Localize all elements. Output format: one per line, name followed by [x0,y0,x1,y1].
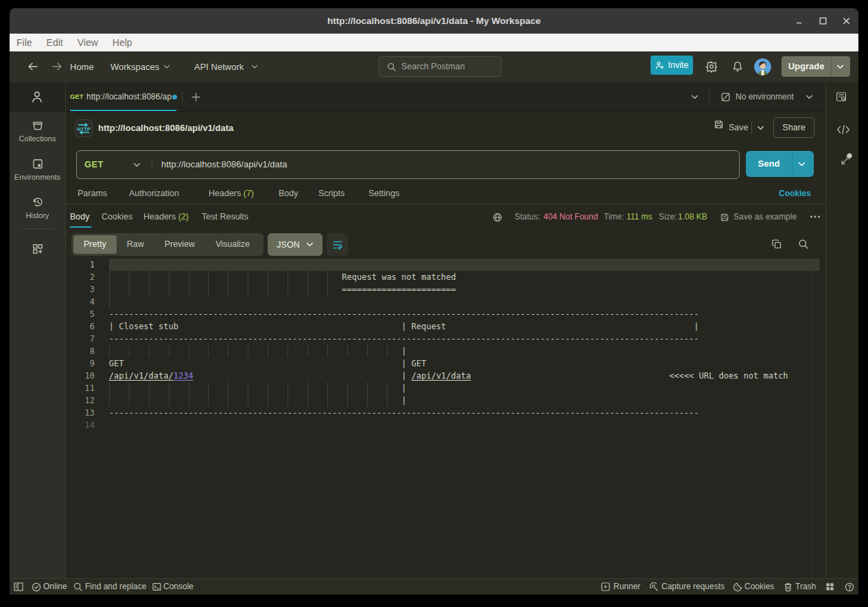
capture-requests-button[interactable]: Capture requests [661,579,725,595]
tab-list-chevron-icon[interactable] [691,95,699,99]
code-line: ----------------------------------------… [109,407,699,419]
save-button[interactable]: Save [729,115,749,140]
menu-view[interactable]: View [76,37,99,48]
search-input[interactable]: Search Postman [379,56,502,77]
environment-quick-look-icon[interactable] [835,91,847,103]
time-value[interactable]: 111 ms [626,206,653,228]
runner-icon [601,582,610,591]
save-as-example-button[interactable]: Save as example [734,206,797,228]
view-switcher: Pretty Raw Preview Visualize [71,233,263,256]
sidebar-label-environments: Environments [10,173,65,181]
tab-params[interactable]: Params [78,183,107,204]
sidebar-item-collections[interactable]: Collections [10,119,65,143]
cookies-button[interactable]: Cookies [744,579,774,595]
copy-icon[interactable] [771,239,782,250]
share-button[interactable]: Share [773,117,814,138]
find-and-replace-button[interactable]: Find and replace [85,579,146,595]
save-chevron-icon[interactable] [757,126,764,130]
sidebar-item-environments[interactable]: Environments [10,158,65,181]
upgrade-chevron-icon[interactable] [836,64,844,69]
nav-api-network[interactable]: API Network [194,51,244,82]
help-icon[interactable] [845,582,854,592]
method-chevron-icon[interactable] [133,163,141,167]
tab-scripts[interactable]: Scripts [318,183,344,204]
minimize-icon[interactable] [795,16,805,26]
avatar[interactable] [754,58,771,75]
gutter-line-number: 6 [66,320,95,333]
view-preview[interactable]: Preview [154,235,205,254]
response-tab-headers[interactable]: Headers (2) [143,206,189,228]
view-pretty[interactable]: Pretty [73,235,117,254]
view-raw[interactable]: Raw [117,235,154,254]
tab-headers[interactable]: Headers (7) [209,183,254,204]
menu-edit[interactable]: Edit [45,37,64,48]
back-icon[interactable] [27,62,38,71]
save-icon[interactable] [714,119,724,130]
format-dropdown[interactable]: JSON [268,233,322,256]
close-icon[interactable] [841,16,852,26]
online-status[interactable]: Online [43,579,67,595]
no-environment-icon [720,92,731,102]
wrap-text-button[interactable] [327,233,348,256]
forward-icon[interactable] [51,62,62,71]
view-visualize[interactable]: Visualize [205,235,260,254]
method-selector[interactable]: GET [84,151,104,178]
gear-icon[interactable] [705,60,718,73]
send-chevron-icon[interactable] [798,162,806,167]
request-url-link[interactable]: /api/v1/data [412,371,471,381]
response-tab-test-results[interactable]: Test Results [202,206,248,228]
tab-settings[interactable]: Settings [368,183,399,204]
tab-authorization[interactable]: Authorization [129,183,179,204]
menu-help[interactable]: Help [111,37,134,48]
gutter-line-number: 1 [66,259,95,271]
environment-chevron-icon[interactable] [806,95,813,99]
request-title[interactable]: http://localhost:8086/api/v1/data [98,121,233,136]
title-bar[interactable]: http://localhost:8086/api/v1/data - My W… [10,8,858,34]
status-value[interactable]: 404 Not Found [543,206,598,228]
env-divider [709,90,709,104]
cookies-link[interactable]: Cookies [779,183,811,204]
panes-icon[interactable] [825,582,834,591]
request-tab-strip: GET http://localhost:8086/ap No environm… [10,82,858,112]
new-tab-button[interactable] [191,93,200,102]
stub-url-link[interactable]: /api/v1/data/ [109,371,174,381]
code-line: | [109,382,406,394]
sidebar-item-more-tools[interactable] [10,243,65,255]
response-toolbar: Pretty Raw Preview Visualize JSON [66,233,825,256]
sidebar-toggle-icon[interactable] [14,582,23,591]
sidebar-item-history[interactable]: History [10,196,65,219]
status-label: Status: [515,206,540,228]
response-tab-body[interactable]: Body [70,206,90,228]
editor-scrollbar-gutter[interactable] [812,258,812,578]
nav-workspaces[interactable]: Workspaces [110,51,159,82]
tab-body[interactable]: Body [279,183,298,204]
globe-icon[interactable] [493,213,502,222]
code-line: ----------------------------------------… [109,308,699,320]
response-more-icon[interactable] [810,215,821,219]
maximize-icon[interactable] [818,16,828,26]
tab-title: http://localhost:8086/ap [86,82,174,111]
response-body-editor[interactable]: 1 2 3 4 5 6 7 8 9 10 11 12 13 14 Reques [66,258,825,578]
bell-icon[interactable] [731,60,744,73]
stub-url-id[interactable]: 1234 [174,371,193,381]
size-value[interactable]: 1.08 KB [678,206,707,228]
url-input[interactable]: http://localhost:8086/api/v1/data [161,151,288,178]
save-example-icon[interactable] [720,213,729,222]
send-button[interactable]: Send [746,151,814,177]
gutter-line-number: 9 [66,357,95,370]
user-profile-icon[interactable] [30,89,45,104]
search-response-icon[interactable] [798,239,809,250]
response-tabs: Body Cookies Headers (2) Test Results St… [66,206,825,228]
nav-home[interactable]: Home [70,51,94,82]
invite-button[interactable]: Invite [650,56,693,75]
active-tab-underline [70,110,176,111]
response-tab-cookies[interactable]: Cookies [102,206,132,228]
console-button[interactable]: Console [163,579,193,595]
upgrade-button[interactable]: Upgrade [782,56,850,77]
code-snippet-icon[interactable] [836,124,850,135]
menu-file[interactable]: File [15,37,34,48]
trash-button[interactable]: Trash [795,579,816,595]
gutter-line-number: 10 [66,370,95,382]
runner-button[interactable]: Runner [613,579,640,595]
environment-selector[interactable]: No environment [736,82,794,111]
